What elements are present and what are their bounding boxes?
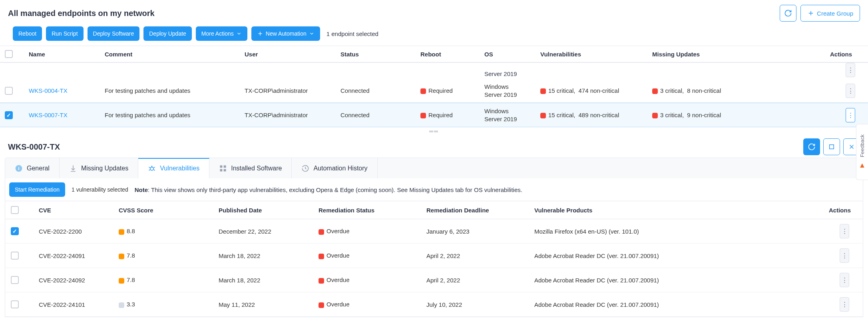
row-actions-button[interactable]: ⋮: [846, 84, 855, 98]
endpoint-status: Connected: [340, 112, 420, 118]
tab-vulnerabilities-label: Vulnerabilities: [160, 165, 199, 172]
tab-general-label: General: [27, 165, 50, 172]
bug-icon: [148, 164, 156, 172]
tab-general[interactable]: i General: [5, 158, 60, 178]
table-row[interactable]: WKS-0007-TX For testing patches and upda…: [0, 103, 868, 127]
vcol-actions: Actions: [798, 207, 857, 214]
chevron-down-icon: [309, 31, 315, 36]
detail-title: WKS-0007-TX: [8, 142, 60, 152]
status-dot-icon: [420, 113, 426, 118]
vcol-rstatus: Remediation Status: [319, 207, 426, 214]
vuln-product: Adobe Acrobat Reader DC (ver. 21.007.200…: [534, 252, 798, 259]
new-automation-button[interactable]: New Automation: [251, 26, 320, 41]
svg-line-14: [154, 170, 155, 170]
detail-maximize-button[interactable]: [823, 138, 840, 155]
vuln-actions-button[interactable]: ⋮: [840, 297, 849, 312]
vuln-status: Overdue: [319, 252, 426, 259]
vuln-checkbox[interactable]: [11, 300, 19, 308]
endpoint-reboot: Required: [420, 112, 484, 118]
vuln-deadline: July 10, 2022: [426, 301, 534, 308]
vuln-score: 7.8: [119, 252, 219, 259]
svg-line-11: [149, 167, 150, 168]
table-row[interactable]: WKS-0004-TX For testing patches and upda…: [0, 79, 868, 103]
apps-icon: [219, 164, 227, 172]
status-dot-icon: [540, 113, 546, 118]
history-icon: [301, 164, 309, 172]
endpoint-name-link[interactable]: WKS-0004-TX: [29, 87, 105, 94]
row-actions-button[interactable]: ⋮: [846, 108, 855, 122]
row-checkbox[interactable]: [5, 87, 13, 95]
more-actions-label: More Actions: [201, 30, 234, 37]
vuln-row[interactable]: CVE-2022-24101 3.3 May 11, 2022 Overdue …: [5, 292, 863, 317]
status-dot-icon: [420, 88, 426, 94]
create-group-button[interactable]: Create Group: [800, 5, 860, 22]
svg-line-13: [149, 170, 150, 170]
vuln-deadline: April 2, 2022: [426, 277, 534, 284]
row-checkbox[interactable]: [5, 111, 13, 119]
maximize-icon: [828, 143, 835, 150]
tab-automation-history[interactable]: Automation History: [292, 158, 377, 178]
status-dot-icon: [319, 278, 324, 284]
tab-vulnerabilities[interactable]: Vulnerabilities: [138, 158, 209, 178]
tab-installed-software[interactable]: Installed Software: [209, 158, 292, 178]
vuln-status: Overdue: [319, 301, 426, 308]
tab-missing-updates[interactable]: Missing Updates: [60, 158, 138, 178]
vuln-cve: CVE-2022-24092: [39, 277, 119, 284]
status-dot-icon: [319, 302, 324, 308]
vuln-cve: CVE-2022-24091: [39, 252, 119, 259]
feedback-tab[interactable]: Feedback ▲: [856, 124, 868, 180]
col-comment: Comment: [105, 51, 245, 58]
vuln-status: Overdue: [319, 276, 426, 283]
vuln-product: Mozilla Firefox (x64 en-US) (ver. 101.0): [534, 228, 798, 235]
vuln-checkbox[interactable]: [11, 252, 19, 260]
vuln-score: 7.8: [119, 276, 219, 283]
start-remediation-button[interactable]: Start Remediation: [9, 182, 65, 197]
feedback-label: Feedback: [859, 134, 865, 157]
svg-line-12: [154, 167, 155, 168]
svg-rect-4: [830, 145, 834, 149]
refresh-icon: [808, 143, 816, 151]
status-dot-icon: [319, 254, 324, 259]
vuln-checkbox[interactable]: [11, 227, 19, 235]
partial-os: Server 2019: [484, 70, 540, 77]
vuln-published: March 18, 2022: [219, 277, 319, 284]
reboot-button[interactable]: Reboot: [13, 26, 42, 41]
detail-refresh-button[interactable]: [803, 138, 820, 155]
vcol-rdeadline: Remediation Deadline: [426, 207, 534, 214]
endpoint-missing-updates: 3 critical,8 non-critical: [652, 87, 804, 94]
selection-count: 1 endpoint selected: [326, 30, 378, 37]
vuln-checkbox[interactable]: [11, 276, 19, 284]
endpoint-name-link[interactable]: WKS-0007-TX: [29, 112, 105, 118]
vcol-published: Published Date: [219, 207, 319, 214]
vuln-cve: CVE-2022-2200: [39, 228, 119, 235]
more-actions-button[interactable]: More Actions: [196, 26, 247, 41]
vuln-actions-button[interactable]: ⋮: [840, 273, 849, 287]
run-script-button[interactable]: Run Script: [46, 26, 83, 41]
col-user: User: [245, 51, 340, 58]
vuln-row[interactable]: CVE-2022-2200 8.8 December 22, 2022 Over…: [5, 219, 863, 244]
vuln-selection-count: 1 vulnerability selected: [72, 186, 128, 193]
vuln-select-all-checkbox[interactable]: [11, 206, 19, 214]
vuln-actions-button[interactable]: ⋮: [840, 224, 849, 238]
note-text: Note: This view shows only third-party a…: [135, 186, 522, 193]
deploy-software-button[interactable]: Deploy Software: [88, 26, 140, 41]
severity-dot-icon: [119, 302, 124, 308]
vuln-actions-button[interactable]: ⋮: [840, 248, 849, 263]
vuln-published: May 11, 2022: [219, 301, 319, 308]
info-icon: i: [15, 164, 23, 172]
splitter-handle[interactable]: ══: [0, 127, 868, 135]
tab-installed-software-label: Installed Software: [231, 165, 282, 172]
status-dot-icon: [319, 229, 324, 235]
severity-dot-icon: [119, 254, 124, 259]
col-missing-updates: Missing Updates: [652, 51, 804, 58]
row-actions-button[interactable]: ⋮: [846, 63, 855, 77]
deploy-update-button[interactable]: Deploy Update: [143, 26, 192, 41]
select-all-checkbox[interactable]: [5, 50, 13, 58]
tab-automation-history-label: Automation History: [313, 165, 367, 172]
vuln-row[interactable]: CVE-2022-24091 7.8 March 18, 2022 Overdu…: [5, 244, 863, 268]
status-dot-icon: [540, 88, 546, 94]
tab-missing-updates-label: Missing Updates: [81, 165, 128, 172]
vuln-row[interactable]: CVE-2022-24092 7.8 March 18, 2022 Overdu…: [5, 268, 863, 292]
note-label: Note: [135, 186, 148, 193]
refresh-button[interactable]: [780, 5, 796, 22]
